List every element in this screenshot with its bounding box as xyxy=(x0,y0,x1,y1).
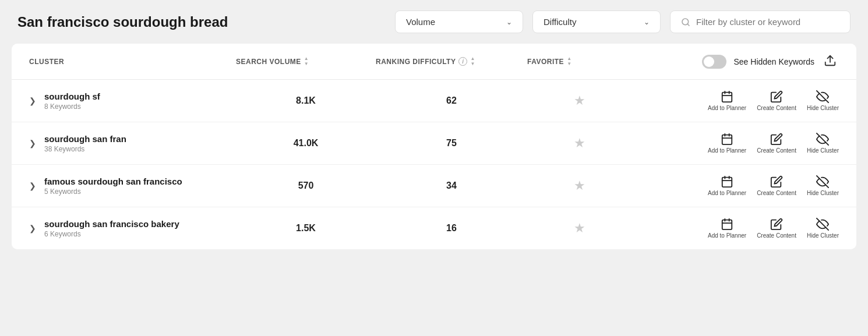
hide-icon xyxy=(816,90,829,103)
hide-cluster-button[interactable]: Hide Cluster xyxy=(807,133,839,154)
svg-rect-3 xyxy=(722,93,732,102)
svg-rect-8 xyxy=(722,135,732,145)
chevron-down-icon: ⌄ xyxy=(506,18,512,26)
star-icon[interactable]: ★ xyxy=(574,93,585,108)
hide-icon xyxy=(816,175,829,188)
volume-dropdown[interactable]: Volume ⌄ xyxy=(395,10,523,33)
sort-arrows-difficulty[interactable]: ▲ ▼ xyxy=(470,56,475,66)
planner-icon xyxy=(721,90,733,103)
difficulty-value: 34 xyxy=(376,181,527,191)
cluster-cell: ❯ sourdough san francisco bakery 6 Keywo… xyxy=(29,219,236,238)
create-content-button[interactable]: Create Content xyxy=(757,218,796,239)
table-header: CLUSTER SEARCH VOLUME ▲ ▼ RANKING DIFFIC… xyxy=(12,44,856,80)
volume-value: 41.0K xyxy=(236,138,376,148)
cluster-cell: ❯ sourdough san fran 38 Keywords xyxy=(29,134,236,153)
volume-value: 8.1K xyxy=(236,96,376,106)
col-difficulty: RANKING DIFFICULTY i ▲ ▼ xyxy=(376,56,527,66)
volume-value: 570 xyxy=(236,181,376,191)
export-icon xyxy=(824,54,837,67)
difficulty-value: 16 xyxy=(376,223,527,234)
planner-icon xyxy=(721,218,733,231)
star-icon[interactable]: ★ xyxy=(574,178,585,193)
table-row: ❯ sourdough san fran 38 Keywords 41.0K 7… xyxy=(12,122,856,165)
cluster-keywords: 38 Keywords xyxy=(44,145,126,153)
difficulty-dropdown-label: Difficulty xyxy=(544,17,576,27)
see-hidden-toggle[interactable] xyxy=(702,55,726,69)
expand-arrow[interactable]: ❯ xyxy=(29,139,36,148)
svg-rect-13 xyxy=(722,178,732,188)
cluster-name: famous sourdough san francisco xyxy=(44,176,182,186)
search-input[interactable] xyxy=(696,17,839,27)
star-icon[interactable]: ★ xyxy=(574,221,585,235)
expand-arrow[interactable]: ❯ xyxy=(29,181,36,190)
cluster-keywords: 6 Keywords xyxy=(44,230,179,238)
edit-icon xyxy=(770,133,783,146)
edit-icon xyxy=(770,218,783,231)
see-hidden-label: See Hidden Keywords xyxy=(733,57,814,66)
header-right: See Hidden Keywords xyxy=(632,52,839,71)
favorite-cell: ★ xyxy=(527,178,632,193)
star-icon[interactable]: ★ xyxy=(574,136,585,150)
hide-cluster-button[interactable]: Hide Cluster xyxy=(807,218,839,239)
cluster-cell: ❯ sourdough sf 8 Keywords xyxy=(29,91,236,111)
chevron-down-icon: ⌄ xyxy=(644,18,650,26)
table-row: ❯ famous sourdough san francisco 5 Keywo… xyxy=(12,165,856,207)
difficulty-dropdown[interactable]: Difficulty ⌄ xyxy=(532,10,661,33)
create-content-button[interactable]: Create Content xyxy=(757,90,796,111)
cluster-cell: ❯ famous sourdough san francisco 5 Keywo… xyxy=(29,176,236,196)
search-icon xyxy=(681,17,690,27)
page-title: San francisco sourdough bread xyxy=(17,14,386,30)
favorite-cell: ★ xyxy=(527,93,632,108)
cluster-name: sourdough san francisco bakery xyxy=(44,219,179,229)
hide-icon xyxy=(816,133,829,146)
col-favorite: FAVORITE ▲ ▼ xyxy=(527,56,632,66)
edit-icon xyxy=(770,90,783,103)
table-container: CLUSTER SEARCH VOLUME ▲ ▼ RANKING DIFFIC… xyxy=(12,44,856,249)
cluster-keywords: 8 Keywords xyxy=(44,102,100,111)
svg-rect-18 xyxy=(722,220,732,230)
sort-arrows-volume[interactable]: ▲ ▼ xyxy=(304,56,309,66)
cluster-name: sourdough sf xyxy=(44,91,100,101)
planner-icon xyxy=(721,133,733,146)
cluster-name: sourdough san fran xyxy=(44,134,126,144)
search-box xyxy=(670,10,851,33)
info-icon[interactable]: i xyxy=(458,57,467,66)
expand-arrow[interactable]: ❯ xyxy=(29,96,36,105)
difficulty-value: 62 xyxy=(376,96,527,106)
col-cluster: CLUSTER xyxy=(29,58,236,66)
actions-cell: Add to Planner Create Content Hide Clust… xyxy=(632,175,839,196)
favorite-cell: ★ xyxy=(527,221,632,236)
difficulty-value: 75 xyxy=(376,138,527,148)
actions-cell: Add to Planner Create Content Hide Clust… xyxy=(632,218,839,239)
create-content-button[interactable]: Create Content xyxy=(757,175,796,196)
create-content-button[interactable]: Create Content xyxy=(757,133,796,154)
hide-cluster-button[interactable]: Hide Cluster xyxy=(807,175,839,196)
actions-cell: Add to Planner Create Content Hide Clust… xyxy=(632,90,839,111)
col-volume: SEARCH VOLUME ▲ ▼ xyxy=(236,56,376,66)
hide-cluster-button[interactable]: Hide Cluster xyxy=(807,90,839,111)
volume-value: 1.5K xyxy=(236,223,376,234)
table-row: ❯ sourdough san francisco bakery 6 Keywo… xyxy=(12,207,856,249)
planner-icon xyxy=(721,175,733,188)
add-to-planner-button[interactable]: Add to Planner xyxy=(708,90,746,111)
actions-cell: Add to Planner Create Content Hide Clust… xyxy=(632,133,839,154)
favorite-cell: ★ xyxy=(527,136,632,151)
add-to-planner-button[interactable]: Add to Planner xyxy=(708,218,746,239)
volume-dropdown-label: Volume xyxy=(406,17,435,27)
expand-arrow[interactable]: ❯ xyxy=(29,224,36,233)
cluster-keywords: 5 Keywords xyxy=(44,188,182,196)
sort-arrows-favorite[interactable]: ▲ ▼ xyxy=(567,56,571,66)
add-to-planner-button[interactable]: Add to Planner xyxy=(708,133,746,154)
header: San francisco sourdough bread Volume ⌄ D… xyxy=(0,0,868,44)
export-button[interactable] xyxy=(821,52,839,71)
hide-icon xyxy=(816,218,829,231)
edit-icon xyxy=(770,175,783,188)
svg-line-1 xyxy=(687,24,689,26)
table-row: ❯ sourdough sf 8 Keywords 8.1K 62 ★ Add … xyxy=(12,80,856,122)
add-to-planner-button[interactable]: Add to Planner xyxy=(708,175,746,196)
